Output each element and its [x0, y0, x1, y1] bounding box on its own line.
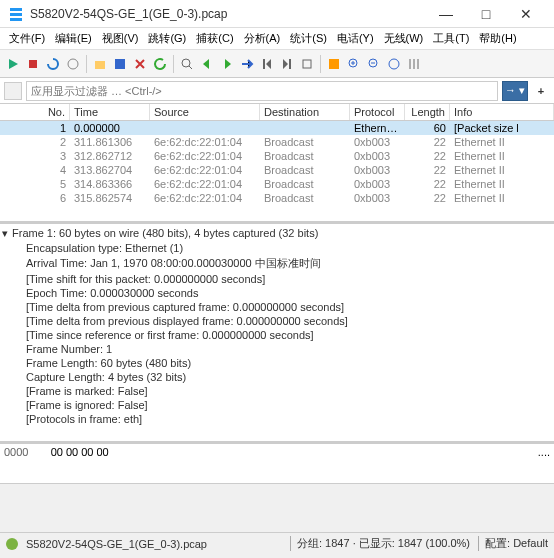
menu-capture[interactable]: 捕获(C) — [191, 31, 238, 46]
expert-info-icon[interactable] — [6, 538, 18, 550]
apply-filter-button[interactable]: → ▾ — [502, 81, 528, 101]
resize-cols-icon[interactable] — [405, 55, 423, 73]
frame-detail-line[interactable]: [Time shift for this packet: 0.000000000… — [2, 272, 552, 286]
menu-wireless[interactable]: 无线(W) — [379, 31, 429, 46]
next-icon[interactable] — [218, 55, 236, 73]
maximize-button[interactable]: □ — [466, 0, 506, 28]
zoom-reset-icon[interactable] — [385, 55, 403, 73]
packet-row[interactable]: 6315.8625746e:62:dc:22:01:04Broadcast0xb… — [0, 191, 554, 205]
svg-point-1 — [68, 59, 78, 69]
options-icon[interactable] — [64, 55, 82, 73]
menu-help[interactable]: 帮助(H) — [474, 31, 521, 46]
menu-telephony[interactable]: 电话(Y) — [332, 31, 379, 46]
hex-offset: 0000 — [4, 446, 44, 458]
toolbar — [0, 50, 554, 78]
packet-row[interactable]: 10.000000Ethern…60[Packet size l — [0, 121, 554, 135]
frame-detail-line[interactable]: Frame Length: 60 bytes (480 bits) — [2, 356, 552, 370]
minimize-button[interactable]: — — [426, 0, 466, 28]
goto-icon[interactable] — [238, 55, 256, 73]
display-filter-input[interactable] — [26, 81, 498, 101]
status-packets: 分组: 1847 · 已显示: 1847 (100.0%) — [290, 536, 470, 551]
bookmark-icon[interactable] — [4, 82, 22, 100]
save-icon[interactable] — [111, 55, 129, 73]
last-icon[interactable] — [278, 55, 296, 73]
separator — [320, 55, 321, 73]
hex-view[interactable]: 0000 00 00 00 00 .... — [0, 444, 554, 484]
zoom-in-icon[interactable] — [345, 55, 363, 73]
autoscroll-icon[interactable] — [298, 55, 316, 73]
menu-go[interactable]: 跳转(G) — [143, 31, 191, 46]
col-length[interactable]: Length — [405, 104, 450, 120]
open-icon[interactable] — [91, 55, 109, 73]
packet-list-header: No. Time Source Destination Protocol Len… — [0, 104, 554, 121]
svg-rect-5 — [329, 59, 339, 69]
status-file: S5820V2-54QS-GE_1(GE_0-3).pcap — [26, 538, 282, 550]
svg-point-3 — [182, 59, 190, 67]
frame-detail-line[interactable]: Frame Number: 1 — [2, 342, 552, 356]
window-title: S5820V2-54QS-GE_1(GE_0-3).pcap — [30, 7, 426, 21]
packet-row[interactable]: 2311.8613066e:62:dc:22:01:04Broadcast0xb… — [0, 135, 554, 149]
stop-capture-icon[interactable] — [24, 55, 42, 73]
restart-capture-icon[interactable] — [44, 55, 62, 73]
hex-bytes: 00 00 00 00 — [51, 446, 109, 458]
app-icon — [8, 6, 24, 22]
start-capture-icon[interactable] — [4, 55, 22, 73]
col-dest[interactable]: Destination — [260, 104, 350, 120]
zoom-out-icon[interactable] — [365, 55, 383, 73]
col-time[interactable]: Time — [70, 104, 150, 120]
prev-icon[interactable] — [198, 55, 216, 73]
menu-edit[interactable]: 编辑(E) — [50, 31, 97, 46]
packet-details[interactable]: ▾Frame 1: 60 bytes on wire (480 bits), 4… — [0, 224, 554, 444]
col-source[interactable]: Source — [150, 104, 260, 120]
reload-icon[interactable] — [151, 55, 169, 73]
frame-detail-line[interactable]: [Frame is marked: False] — [2, 384, 552, 398]
menu-tools[interactable]: 工具(T) — [428, 31, 474, 46]
packet-row[interactable]: 3312.8627126e:62:dc:22:01:04Broadcast0xb… — [0, 149, 554, 163]
status-bar: S5820V2-54QS-GE_1(GE_0-3).pcap 分组: 1847 … — [0, 532, 554, 554]
titlebar: S5820V2-54QS-GE_1(GE_0-3).pcap — □ ✕ — [0, 0, 554, 28]
find-icon[interactable] — [178, 55, 196, 73]
menu-view[interactable]: 视图(V) — [97, 31, 144, 46]
frame-detail-line[interactable]: [Time delta from previous displayed fram… — [2, 314, 552, 328]
status-profile[interactable]: 配置: Default — [478, 536, 548, 551]
frame-detail-line[interactable]: Capture Length: 4 bytes (32 bits) — [2, 370, 552, 384]
close-file-icon[interactable] — [131, 55, 149, 73]
col-no[interactable]: No. — [0, 104, 70, 120]
packet-row[interactable]: 4313.8627046e:62:dc:22:01:04Broadcast0xb… — [0, 163, 554, 177]
first-icon[interactable] — [258, 55, 276, 73]
frame-detail-line[interactable]: Encapsulation type: Ethernet (1) — [2, 241, 552, 255]
packet-row[interactable]: 5314.8633666e:62:dc:22:01:04Broadcast0xb… — [0, 177, 554, 191]
hex-ascii: .... — [538, 446, 550, 458]
menubar: 文件(F) 编辑(E) 视图(V) 跳转(G) 捕获(C) 分析(A) 统计(S… — [0, 28, 554, 50]
menu-analyze[interactable]: 分析(A) — [239, 31, 286, 46]
menu-statistics[interactable]: 统计(S) — [285, 31, 332, 46]
col-proto[interactable]: Protocol — [350, 104, 405, 120]
menu-file[interactable]: 文件(F) — [4, 31, 50, 46]
frame-header[interactable]: ▾Frame 1: 60 bytes on wire (480 bits), 4… — [2, 226, 552, 241]
frame-detail-line[interactable]: [Time delta from previous captured frame… — [2, 300, 552, 314]
filter-bar: → ▾ + — [0, 78, 554, 104]
svg-rect-4 — [303, 60, 311, 68]
empty-area — [0, 484, 554, 532]
frame-detail-line[interactable]: [Time since reference or first frame: 0.… — [2, 328, 552, 342]
colorize-icon[interactable] — [325, 55, 343, 73]
add-filter-button[interactable]: + — [532, 82, 550, 100]
svg-rect-0 — [29, 60, 37, 68]
frame-detail-line[interactable]: [Protocols in frame: eth] — [2, 412, 552, 426]
separator — [86, 55, 87, 73]
svg-point-8 — [389, 59, 399, 69]
close-button[interactable]: ✕ — [506, 0, 546, 28]
separator — [173, 55, 174, 73]
svg-rect-2 — [115, 59, 125, 69]
packet-list[interactable]: No. Time Source Destination Protocol Len… — [0, 104, 554, 224]
col-info[interactable]: Info — [450, 104, 554, 120]
frame-detail-line[interactable]: Arrival Time: Jan 1, 1970 08:00:00.00003… — [2, 255, 552, 272]
frame-detail-line[interactable]: [Frame is ignored: False] — [2, 398, 552, 412]
frame-detail-line[interactable]: Epoch Time: 0.000030000 seconds — [2, 286, 552, 300]
